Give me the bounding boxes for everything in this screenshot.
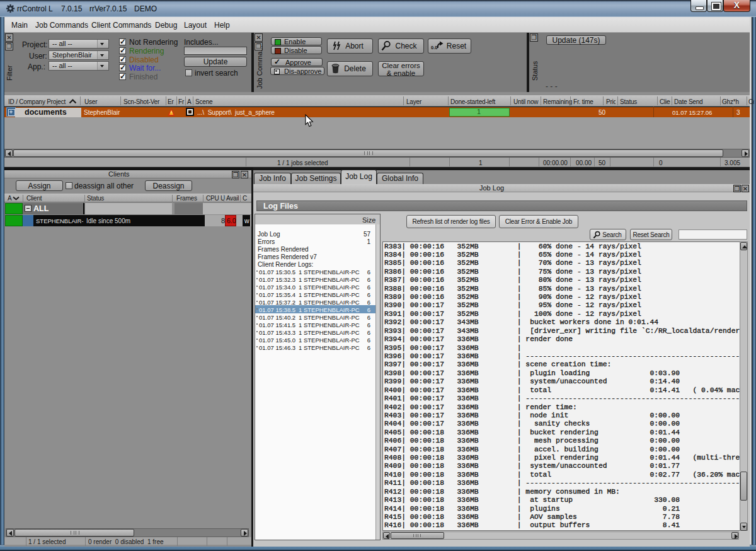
svg-text:0.0: 0.0 xyxy=(431,45,437,50)
